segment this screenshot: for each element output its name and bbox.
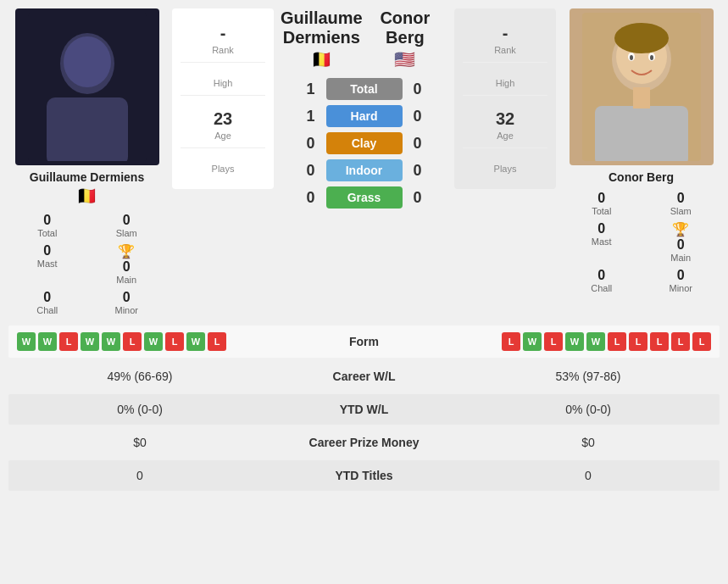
right-rank-item: - Rank — [463, 17, 547, 63]
ytd-titles-label: YTD Titles — [258, 469, 470, 482]
left-stat-mast: 0 Mast — [8, 242, 86, 286]
right-form-2: W — [523, 332, 542, 351]
player-left-photo — [15, 8, 159, 165]
right-career-wl: 53% (97-86) — [470, 370, 707, 383]
right-stat-mast: 0 Mast — [563, 220, 641, 264]
left-form-badges: W W L W W L W L W L — [17, 332, 226, 351]
right-plays-label: Plays — [463, 164, 547, 174]
left-form-6: L — [123, 332, 142, 351]
right-stat-main: 🏆 0 Main — [642, 220, 720, 264]
right-age-label: Age — [463, 131, 547, 141]
left-high-label: High — [181, 78, 265, 88]
right-prize-money: $0 — [470, 436, 707, 449]
left-ytd-titles: 0 — [21, 469, 258, 482]
left-form-5: W — [102, 332, 120, 351]
form-label: Form — [314, 335, 415, 348]
left-stat-slam: 0 Slam — [88, 211, 166, 240]
right-form-10: L — [692, 332, 711, 351]
right-ytd-titles: 0 — [470, 469, 707, 482]
right-stat-minor: 0 Minor — [642, 266, 720, 295]
left-age-item: 23 Age — [181, 103, 265, 148]
left-form-7: W — [144, 332, 163, 351]
left-total-label: Total — [10, 228, 85, 238]
left-ytd-wl: 0% (0-0) — [21, 403, 258, 416]
right-player-stats-grid: 0 Total 0 Slam 0 Mast 🏆 0 Main 0 — [563, 189, 720, 295]
right-ytd-wl: 0% (0-0) — [470, 403, 707, 416]
left-form-1: W — [17, 332, 36, 351]
right-age-item: 32 Age — [463, 103, 547, 148]
right-total-value: 0 — [564, 191, 639, 206]
left-form-2: W — [38, 332, 57, 351]
left-stat-total: 0 Total — [8, 211, 86, 240]
right-minor-value: 0 — [644, 268, 719, 283]
player-names-row: Guillaume Dermiens 🇧🇪 Conor Berg 🇺🇸 — [281, 8, 447, 70]
ytd-wl-label: YTD W/L — [258, 403, 470, 416]
left-form-9: W — [186, 332, 205, 351]
right-player-name: Conor Berg — [609, 170, 674, 184]
bottom-stats: W W L W W L W L W L Form L W L W W L L L — [8, 325, 720, 491]
ytd-wl-row: 0% (0-0) YTD W/L 0% (0-0) — [8, 394, 720, 425]
left-rank-item: - Rank — [181, 17, 265, 63]
right-high-label: High — [463, 78, 547, 88]
center-section: Guillaume Dermiens 🇧🇪 Conor Berg 🇺🇸 1 To… — [281, 8, 447, 214]
right-form-1: L — [502, 332, 520, 351]
left-plays-label: Plays — [181, 164, 265, 174]
left-main-label: Main — [90, 275, 164, 285]
left-prize-money: $0 — [21, 436, 258, 449]
right-form-3: L — [544, 332, 563, 351]
svg-point-7 — [614, 23, 669, 53]
left-stat-main: 🏆 0 Main — [88, 242, 166, 286]
indoor-left-score: 0 — [303, 162, 320, 180]
right-slam-value: 0 — [644, 191, 719, 206]
match-row-grass: 0 Grass 0 — [281, 186, 447, 209]
total-left-score: 1 — [303, 81, 320, 98]
right-main-label: Main — [644, 253, 719, 263]
right-total-label: Total — [564, 206, 639, 216]
right-form-6: L — [608, 332, 626, 351]
left-player-stats-grid: 0 Total 0 Slam 0 Mast 🏆 0 Main 0 — [8, 211, 165, 317]
svg-point-11 — [650, 55, 653, 60]
left-center-flag: 🇧🇪 — [281, 49, 363, 70]
grass-right-score: 0 — [409, 189, 426, 207]
right-main-value: 0 — [644, 237, 719, 253]
surface-hard-btn: Hard — [326, 105, 403, 127]
surface-total-btn: Total — [326, 78, 403, 100]
left-form-10: L — [208, 332, 226, 351]
left-form-8: L — [165, 332, 184, 351]
right-mast-value: 0 — [564, 221, 639, 236]
right-mast-label: Mast — [564, 236, 639, 247]
hard-right-score: 0 — [409, 108, 426, 125]
total-right-score: 0 — [409, 81, 426, 98]
left-minor-value: 0 — [90, 290, 164, 305]
svg-point-10 — [630, 55, 633, 60]
right-minor-label: Minor — [644, 283, 719, 293]
prize-money-label: Career Prize Money — [258, 436, 470, 449]
player-left: Guillaume Dermiens 🇧🇪 0 Total 0 Slam 0 M… — [8, 8, 165, 317]
left-chall-label: Chall — [10, 305, 85, 315]
left-slam-value: 0 — [90, 213, 164, 228]
left-plays-item: Plays — [181, 155, 265, 181]
left-mast-value: 0 — [10, 243, 85, 259]
clay-left-score: 0 — [303, 135, 320, 153]
right-plays-item: Plays — [463, 155, 547, 181]
match-row-indoor: 0 Indoor 0 — [281, 159, 447, 181]
svg-rect-2 — [47, 97, 128, 161]
svg-point-3 — [64, 36, 111, 87]
career-wl-label: Career W/L — [258, 370, 470, 383]
left-career-wl: 49% (66-69) — [21, 370, 258, 383]
match-row-clay: 0 Clay 0 — [281, 132, 447, 154]
right-center-name: Conor Berg 🇺🇸 — [363, 8, 447, 70]
left-player-flag: 🇧🇪 — [76, 186, 97, 206]
left-main-value: 0 — [90, 259, 164, 275]
clay-right-score: 0 — [409, 135, 426, 153]
left-chall-value: 0 — [10, 290, 85, 305]
player-right-photo — [570, 8, 714, 165]
indoor-right-score: 0 — [409, 162, 426, 180]
left-avatar-svg — [28, 13, 147, 161]
left-rank-label: Rank — [181, 45, 265, 55]
left-player-name: Guillaume Dermiens — [30, 170, 144, 184]
right-rank-value: - — [463, 24, 547, 43]
hard-left-score: 1 — [303, 108, 320, 125]
right-avatar-svg — [582, 13, 701, 161]
left-stat-minor: 0 Minor — [88, 288, 166, 317]
